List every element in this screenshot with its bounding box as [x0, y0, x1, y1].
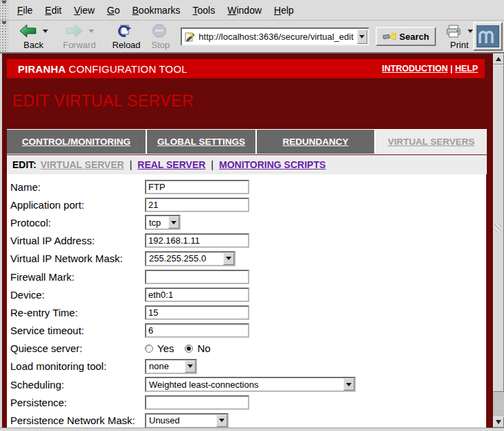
virtual-ip-address-input[interactable] [145, 233, 249, 248]
vertical-scrollbar[interactable] [493, 54, 504, 428]
quiesce-yes-radio[interactable] [145, 345, 153, 353]
form-row: Persistence Network Mask: Unused [7, 411, 486, 428]
subnav-real-server[interactable]: REAL SERVER [137, 159, 205, 170]
collapse-arrow-icon [1, 1, 7, 4]
reload-label: Reload [112, 40, 140, 50]
tab-control-monitoring[interactable]: CONTROL/MONITORING [7, 130, 146, 154]
load-monitoring-tool-select[interactable]: none [145, 359, 197, 374]
field-label: Persistence Network Mask: [7, 415, 145, 426]
url-history-dropdown-button[interactable] [357, 30, 367, 44]
print-label: Print [450, 40, 469, 50]
menu-help[interactable]: Help [268, 5, 300, 16]
service-timeout-input[interactable] [145, 323, 249, 338]
menu-bookmarks[interactable]: Bookmarks [126, 5, 187, 16]
app-title: PIRANHA CONFIGURATION TOOL [18, 63, 187, 75]
name-input[interactable] [145, 180, 249, 194]
field-label: Scheduling: [7, 379, 145, 391]
virtual-ip-network-mask-select[interactable]: 255.255.255.0 [145, 251, 236, 266]
introduction-link[interactable]: INTRODUCTION [382, 64, 448, 73]
url-text[interactable]: http://localhost:3636/secure/virtual_edi… [198, 32, 356, 42]
virtual-server-form: Name: Application port: Protocol: tcp Vi… [7, 174, 486, 428]
back-arrow-icon [19, 24, 37, 38]
collapse-arrow-icon [1, 21, 7, 25]
back-dropdown-caret-icon[interactable] [43, 30, 48, 33]
field-label: Device: [7, 289, 145, 301]
quiesce-no-radio[interactable] [185, 345, 193, 353]
menubar-grippy[interactable] [0, 0, 8, 20]
tab-global-settings[interactable]: GLOBAL SETTINGS [147, 130, 255, 154]
quiesce-no-label: No [197, 342, 210, 354]
tab-virtual-servers[interactable]: VIRTUAL SERVERS [376, 130, 487, 154]
protocol-select[interactable]: tcp [145, 215, 181, 230]
form-row: Load monitoring tool: none [7, 358, 486, 375]
form-row: Virtual IP Address: [7, 232, 486, 250]
forward-dropdown-caret-icon [89, 30, 94, 33]
piranha-page: PIRANHA CONFIGURATION TOOL INTRODUCTION … [2, 54, 493, 428]
scrollbar-thumb[interactable] [493, 65, 504, 392]
form-row: Firewall Mark: [7, 268, 486, 286]
select-arrow-icon [216, 415, 227, 427]
scheduling-select[interactable]: Weighted least-connections [145, 377, 356, 392]
tab-redundancy[interactable]: REDUNDANCY [257, 130, 374, 154]
menu-window[interactable]: Window [221, 5, 268, 16]
field-label: Persistence: [7, 397, 145, 408]
back-button[interactable]: Back [18, 22, 49, 51]
stop-label: Stop [152, 40, 170, 50]
subnav-monitoring-scripts[interactable]: MONITORING SCRIPTS [219, 159, 325, 170]
subnav-separator: | [211, 159, 214, 170]
persistence-input[interactable] [145, 395, 249, 410]
search-label: Search [400, 32, 429, 42]
mozilla-logo[interactable] [473, 22, 503, 51]
form-row: Persistence: [7, 393, 486, 411]
form-row: Name: [7, 178, 486, 196]
field-label: Service timeout: [7, 325, 145, 336]
forward-button: Forward [62, 22, 98, 51]
form-row: Service timeout: [7, 322, 486, 340]
search-button[interactable]: Search [376, 27, 436, 46]
application-port-input[interactable] [145, 198, 249, 212]
persistence-network-mask-select[interactable]: Unused [145, 413, 229, 428]
form-row: Application port: [7, 196, 486, 213]
window-bottom-border [0, 428, 504, 431]
form-row: Scheduling: Weighted least-connections [7, 375, 486, 393]
menu-file[interactable]: File [11, 5, 39, 16]
tab-bar: CONTROL/MONITORING GLOBAL SETTINGS REDUN… [7, 129, 487, 154]
form-row: Quiesce server: Yes No [7, 340, 486, 358]
form-row: Device: [7, 286, 486, 303]
scroll-up-button[interactable] [493, 54, 504, 65]
re-entry-time-input[interactable] [145, 305, 249, 320]
menu-go[interactable]: Go [101, 5, 126, 16]
field-label: Virtual IP Address: [7, 235, 145, 246]
menu-view[interactable]: View [68, 5, 101, 16]
device-input[interactable] [145, 288, 249, 302]
menu-tools[interactable]: Tools [187, 5, 222, 16]
menu-edit[interactable]: Edit [39, 5, 68, 16]
page-title: EDIT VIRTUAL SERVER [12, 92, 194, 110]
firewall-mark-input[interactable] [145, 270, 249, 284]
scrollbar-track[interactable] [493, 392, 504, 417]
arrow-down-icon [496, 420, 501, 424]
toolbar-grippy[interactable] [0, 21, 8, 52]
page-bookmark-icon [185, 32, 195, 42]
arrow-up-icon [496, 57, 501, 61]
subnav-virtual-server[interactable]: VIRTUAL SERVER [41, 159, 124, 170]
stop-button: Stop [150, 22, 172, 51]
navigation-toolbar: Back Forward [0, 21, 504, 54]
reload-button[interactable]: Reload [111, 22, 141, 51]
select-arrow-icon [343, 378, 354, 391]
scroll-down-button[interactable] [493, 417, 504, 428]
form-row: Protocol: tcp [7, 213, 486, 231]
stop-icon [152, 24, 166, 38]
link-separator: | [450, 64, 453, 73]
print-dropdown-caret-icon[interactable] [468, 30, 473, 33]
url-bar[interactable]: http://localhost:3636/secure/virtual_edi… [181, 27, 369, 46]
field-label: Firewall Mark: [7, 271, 145, 283]
field-label: Application port: [7, 199, 145, 211]
print-button[interactable]: Print [446, 23, 473, 50]
edit-subnav: EDIT: VIRTUAL SERVER | REAL SERVER | MON… [7, 155, 487, 174]
field-label: Virtual IP Network Mask: [7, 253, 145, 264]
field-label: Name: [7, 181, 145, 193]
form-row: Virtual IP Network Mask: 255.255.255.0 [7, 250, 486, 268]
edit-prefix: EDIT: [12, 159, 36, 170]
help-link[interactable]: HELP [455, 64, 478, 73]
